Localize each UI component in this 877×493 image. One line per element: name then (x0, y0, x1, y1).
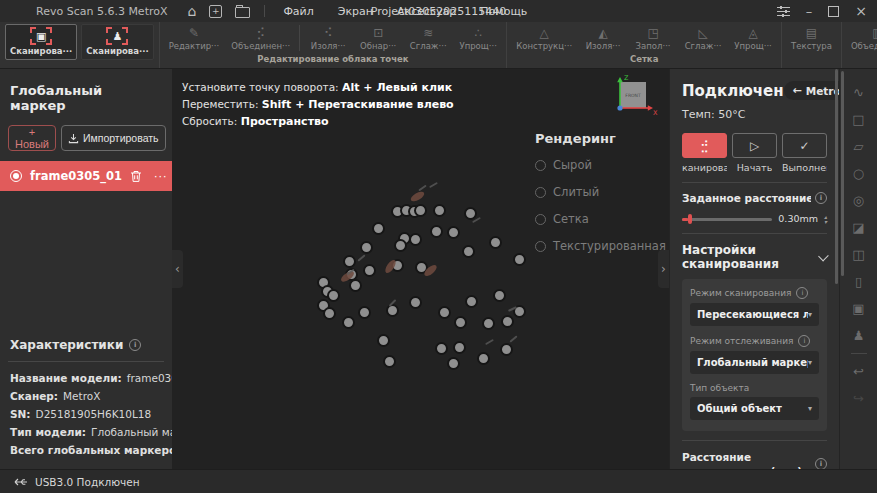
marker-dot (513, 253, 526, 266)
viewport-hint: Сбросить: Пространство (182, 113, 454, 130)
merge-models-icon: ▥ (872, 26, 877, 40)
dropdown-caret-icon: ▾ (808, 358, 812, 367)
delete-selection-icon[interactable]: ▯ (855, 268, 862, 295)
mesh-smooth-button[interactable]: ◺Сглаж··· (678, 26, 728, 51)
scan-button-2[interactable]: ♟Сканирова··· (81, 24, 153, 60)
render-option[interactable]: Слитый (535, 185, 663, 199)
action-button-label: Выполнено (782, 162, 827, 173)
scan-settings-card: Режим сканированияiПересекающиеся линии▾… (682, 279, 827, 431)
scanning-button[interactable]: ⣚ (682, 133, 727, 158)
rail-scrollbar[interactable] (841, 71, 844, 276)
edit-icon: ✎ (189, 26, 199, 40)
scan-streak (509, 335, 517, 342)
contrast-icon[interactable]: ◪ (852, 214, 864, 241)
right-panel-scrollbar[interactable] (835, 69, 838, 284)
play-icon: ▷ (750, 139, 759, 153)
home-icon[interactable] (188, 3, 197, 19)
mesh-construct-button[interactable]: △Конструкц··· (510, 26, 578, 51)
viewport-3d[interactable]: Установите точку поворота: Alt + Левый к… (172, 69, 669, 469)
radio-icon (535, 187, 546, 198)
mesh-isolate-button[interactable]: ◭Изоля··· (578, 26, 628, 51)
merge-points-button[interactable]: ⡪Объединен··· (225, 26, 296, 51)
axis-gizmo[interactable]: FRONT Z X (603, 73, 659, 121)
toolbar-button-label: Конструкц··· (516, 41, 572, 51)
dropdown-select[interactable]: Пересекающиеся линии▾ (690, 303, 819, 326)
info-icon: i (129, 339, 141, 351)
model-list: frame0305_01··· (0, 161, 172, 191)
edit-button[interactable]: ✎Редактир··· (163, 26, 226, 51)
close-button[interactable] (855, 3, 867, 19)
scan-dots-icon: ⣚ (700, 139, 709, 153)
collapse-left-panel-handle[interactable] (172, 250, 183, 288)
radio-icon (535, 160, 546, 171)
import-button[interactable]: Импортировать (61, 125, 166, 151)
toolbar-button-label: Обнар··· (360, 41, 396, 51)
slider-handle[interactable] (688, 214, 692, 224)
simplify-points-button[interactable]: ∴Упрощ··· (453, 26, 503, 51)
marker-dot (477, 352, 490, 365)
scan-bust-icon: ♟ (106, 27, 128, 45)
menu-item[interactable]: Экран (338, 5, 373, 18)
info-icon: i (815, 192, 827, 204)
viewport-hint: Переместить: Shift + Перетаскивание влев… (182, 96, 454, 113)
render-option[interactable]: Текстурированная (535, 239, 663, 253)
menu-item[interactable]: Файл (283, 5, 313, 18)
point-distance-slider[interactable] (682, 214, 772, 224)
settings-sliders-icon[interactable] (777, 6, 790, 17)
lasso-select-icon[interactable]: ∿ (853, 79, 864, 106)
property-label: Тип модели: (10, 426, 86, 438)
trash-icon[interactable] (130, 170, 142, 183)
property-label: Сканер: (10, 390, 58, 402)
mesh-simplify-button[interactable]: ◬Упрощ··· (728, 26, 778, 51)
undo-icon[interactable]: ↩ (853, 358, 864, 385)
ellipse-select-icon[interactable]: ○ (853, 160, 864, 187)
texture-button[interactable]: ▤Текстура (785, 26, 838, 51)
radio-icon (535, 214, 546, 225)
marker-dot (453, 341, 466, 354)
more-options-icon[interactable]: ··· (154, 170, 168, 183)
toolbar-button-label: Сканирова··· (86, 46, 148, 56)
duplicate-icon[interactable]: ▣ (852, 295, 864, 322)
invert-selection-icon[interactable]: ◫ (852, 241, 864, 268)
info-icon: i (798, 335, 810, 347)
fill-holes-button[interactable]: ◳Запол··· (628, 26, 678, 51)
done-button[interactable]: ✓ (782, 133, 827, 158)
marker-dot (493, 289, 506, 302)
stamp-icon[interactable]: ♟ (853, 322, 865, 349)
smooth-points-button[interactable]: ≋Сглаж··· (403, 26, 453, 51)
property-value: MetroX (63, 390, 100, 402)
render-option[interactable]: Сетка (535, 212, 663, 226)
marker-dot (323, 307, 336, 320)
scan-fragment (409, 190, 425, 204)
dropdown-select[interactable]: Общий объект▾ (690, 397, 819, 420)
target-select-icon[interactable]: ◎ (853, 187, 864, 214)
toolbar-button-label: Упрощ··· (459, 41, 496, 51)
isolate-points-button[interactable]: ⠪Изоля··· (303, 26, 353, 51)
value-stepper[interactable] (824, 214, 827, 224)
scan-streak (429, 182, 438, 188)
polygon-select-icon[interactable]: ▱ (854, 133, 864, 160)
scan-distance-label: Расстояние сканирования (mm)i (682, 450, 827, 469)
toolbar-section: ▣Сканирова···♟Сканирова··· (0, 22, 160, 68)
minimize-button[interactable] (806, 4, 813, 19)
scan-settings-title: Настройки сканирования (682, 243, 820, 271)
new-marker-button[interactable]: + Новый (8, 125, 56, 151)
device-button[interactable]: MetroX (784, 81, 839, 100)
detect-button[interactable]: ⊡Обнар··· (353, 26, 403, 51)
render-option[interactable]: Сырой (535, 158, 663, 172)
connection-status: Подключен (682, 82, 784, 100)
start-button[interactable]: ▷ (732, 133, 777, 158)
model-list-item[interactable]: frame0305_01··· (0, 161, 172, 191)
open-folder-icon[interactable] (235, 7, 250, 18)
left-panel-title: Глобальный маркер (8, 81, 164, 113)
new-project-icon[interactable] (209, 5, 222, 18)
dropdown-select[interactable]: Глобальный маркер▾ (690, 351, 819, 374)
redo-icon[interactable]: ↪ (853, 385, 864, 412)
maximize-button[interactable] (828, 6, 839, 17)
collapse-right-panel-handle[interactable] (658, 250, 669, 288)
scan-button-1[interactable]: ▣Сканирова··· (5, 24, 77, 60)
rect-select-icon[interactable]: □ (852, 106, 864, 133)
merge-models-button[interactable]: ▥Объедини··· (845, 26, 877, 51)
toolbar-button-label: Сканирова··· (10, 46, 72, 56)
marker-dot (409, 296, 422, 309)
